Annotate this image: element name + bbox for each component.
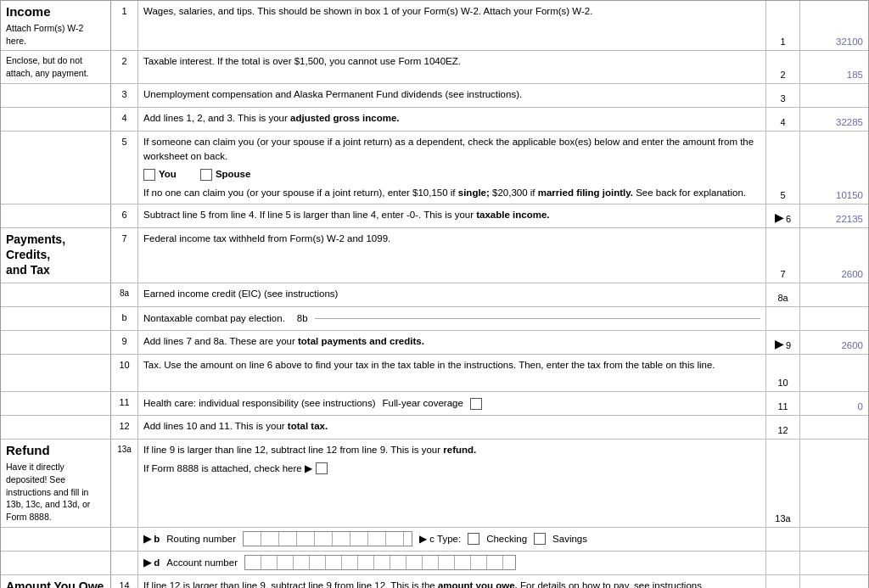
amount-owe-label: Amount You Owe bbox=[1, 575, 111, 588]
line14-ref: ▶ 14 bbox=[766, 575, 800, 588]
line8b-number: b bbox=[111, 307, 138, 330]
spouse-checkbox[interactable] bbox=[200, 169, 212, 181]
line13d-content: ▶ d Account number bbox=[138, 552, 766, 574]
payments-title: Payments,Credits,and Tax bbox=[6, 232, 105, 278]
line8b-input[interactable] bbox=[315, 318, 760, 319]
line12-row: 12 Add lines 10 and 11. This is your tot… bbox=[1, 416, 868, 440]
spouse-checkbox-area: Spouse bbox=[200, 167, 251, 182]
line9-row: 9 Add lines 7 and 8a. These are your tot… bbox=[1, 331, 868, 355]
refund-title: Refund bbox=[6, 443, 105, 457]
payments-section-label: Payments,Credits,and Tax bbox=[1, 228, 111, 283]
line10-ref: 10 bbox=[766, 355, 800, 391]
line2-number: 2 bbox=[111, 51, 138, 82]
line5-value: 10150 bbox=[800, 132, 868, 204]
line12-value bbox=[800, 416, 868, 439]
line9-number: 9 bbox=[111, 331, 138, 354]
line12-number: 12 bbox=[111, 416, 138, 439]
line11-number: 11 bbox=[111, 392, 138, 415]
line3-value bbox=[800, 84, 868, 107]
income-section-label: Income Attach Form(s) W-2 here. bbox=[1, 1, 111, 50]
line10-content: Tax. Use the amount on line 6 above to f… bbox=[138, 355, 766, 391]
line8a-row: 8a Earned income credit (EIC) (see instr… bbox=[1, 283, 868, 307]
line3-left bbox=[1, 84, 111, 107]
line2-value: 185 bbox=[800, 51, 868, 82]
line5-number: 5 bbox=[111, 132, 138, 204]
line6-content: Subtract line 5 from line 4. If line 5 i… bbox=[138, 204, 766, 227]
line8b-left bbox=[1, 307, 111, 330]
line1-number: 1 bbox=[111, 1, 138, 50]
line4-value: 32285 bbox=[800, 108, 868, 131]
line6-left bbox=[1, 204, 111, 227]
line6-number: 6 bbox=[111, 204, 138, 227]
line4-number: 4 bbox=[111, 108, 138, 131]
line8a-left bbox=[1, 283, 111, 306]
form8888-checkbox[interactable] bbox=[316, 462, 328, 474]
line11-coverage-checkbox[interactable] bbox=[470, 398, 482, 410]
line11-content: Health care: individual responsibility (… bbox=[138, 392, 766, 415]
savings-checkbox[interactable] bbox=[534, 533, 546, 545]
line8a-number: 8a bbox=[111, 283, 138, 306]
line13b-number bbox=[111, 528, 138, 551]
line8a-value bbox=[800, 283, 868, 306]
line7-content: Federal income tax withheld from Form(s)… bbox=[138, 228, 766, 283]
line1-value: 32100 bbox=[800, 1, 868, 50]
line7-value: 2600 bbox=[800, 228, 868, 283]
line13b-value bbox=[800, 528, 868, 551]
line1-row: Income Attach Form(s) W-2 here. 1 Wages,… bbox=[1, 1, 868, 51]
line8b-row: b Nontaxable combat pay election. 8b bbox=[1, 307, 868, 331]
line11-left bbox=[1, 392, 111, 415]
line2-row: Enclose, but do not attach, any payment.… bbox=[1, 51, 868, 83]
line6-row: 6 Subtract line 5 from line 4. If line 5… bbox=[1, 204, 868, 228]
line13b-content: ▶ b Routing number ▶ c Type: Checking Sa… bbox=[138, 528, 766, 551]
line11-value: 0 bbox=[800, 392, 868, 415]
enclose-label: Enclose, but do not attach, any payment. bbox=[1, 51, 111, 82]
line7-number: 7 bbox=[111, 228, 138, 283]
account-number-input[interactable] bbox=[244, 555, 516, 570]
line8a-content: Earned income credit (EIC) (see instruct… bbox=[138, 283, 766, 306]
tax-form: Income Attach Form(s) W-2 here. 1 Wages,… bbox=[0, 0, 869, 588]
line8b-content: Nontaxable combat pay election. 8b bbox=[138, 307, 766, 330]
line9-left bbox=[1, 331, 111, 354]
line4-left bbox=[1, 108, 111, 131]
line1-ref: 1 bbox=[766, 1, 800, 50]
line13b-left bbox=[1, 528, 111, 551]
line14-number: 14 bbox=[111, 575, 138, 588]
line5-left bbox=[1, 132, 111, 204]
line9-ref: ▶ 9 bbox=[766, 331, 800, 354]
checking-checkbox[interactable] bbox=[468, 533, 479, 545]
income-title: Income bbox=[6, 4, 105, 19]
line13d-ref bbox=[766, 552, 800, 574]
line3-content: Unemployment compensation and Alaska Per… bbox=[138, 84, 766, 107]
line10-value bbox=[800, 355, 868, 391]
line9-content: Add lines 7 and 8a. These are your total… bbox=[138, 331, 766, 354]
line4-ref: 4 bbox=[766, 108, 800, 131]
line13b-row: ▶ b Routing number ▶ c Type: Checking Sa… bbox=[1, 528, 868, 552]
line5-row: 5 If someone can claim you (or your spou… bbox=[1, 132, 868, 204]
attach-label: Attach Form(s) W-2 here. bbox=[6, 22, 105, 47]
line6-ref: ▶ 6 bbox=[766, 204, 800, 227]
line14-content: If line 12 is larger than line 9, subtra… bbox=[138, 575, 766, 588]
line13d-number bbox=[111, 552, 138, 574]
line10-left bbox=[1, 355, 111, 391]
line3-number: 3 bbox=[111, 84, 138, 107]
line13a-ref: 13a bbox=[766, 440, 800, 526]
line13d-row: ▶ d Account number bbox=[1, 552, 868, 575]
line10-number: 10 bbox=[111, 355, 138, 391]
line11-row: 11 Health care: individual responsibilit… bbox=[1, 392, 868, 416]
line8b-ref-col bbox=[766, 307, 800, 330]
you-checkbox-area: You bbox=[143, 167, 177, 182]
line2-content: Taxable interest. If the total is over $… bbox=[138, 51, 766, 82]
line7-row: Payments,Credits,and Tax 7 Federal incom… bbox=[1, 228, 868, 284]
line13a-row: Refund Have it directly deposited! See i… bbox=[1, 440, 868, 527]
line5-content: If someone can claim you (or your spouse… bbox=[138, 132, 766, 204]
line12-ref: 12 bbox=[766, 416, 800, 439]
line13d-value bbox=[800, 552, 868, 574]
line7-ref: 7 bbox=[766, 228, 800, 283]
line13d-left bbox=[1, 552, 111, 574]
routing-number-input[interactable] bbox=[243, 531, 412, 546]
refund-sub-label: Have it directly deposited! See instruct… bbox=[6, 461, 105, 523]
line2-ref: 2 bbox=[766, 51, 800, 82]
line13b-ref bbox=[766, 528, 800, 551]
you-checkbox[interactable] bbox=[143, 169, 155, 181]
line3-ref: 3 bbox=[766, 84, 800, 107]
